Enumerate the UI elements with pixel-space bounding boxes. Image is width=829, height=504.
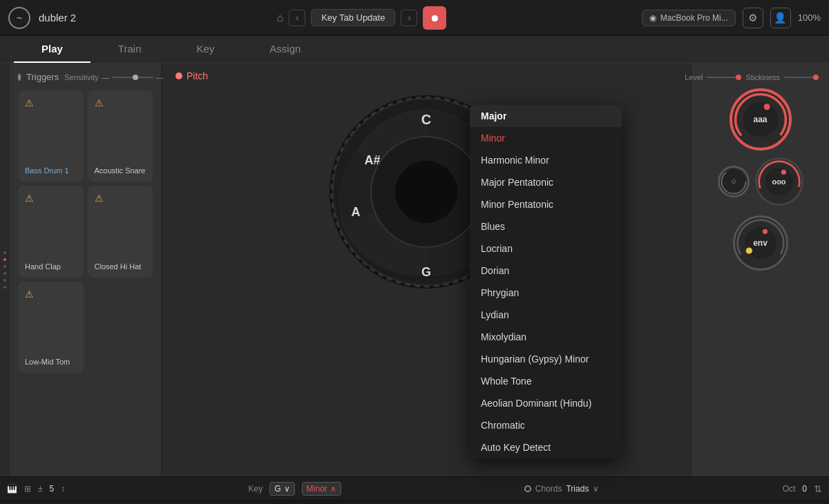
svg-text:☺: ☺ [730, 177, 737, 185]
bottom-plus-icon: ± [38, 484, 43, 494]
dropdown-item-chromatic[interactable]: Chromatic [470, 414, 622, 436]
main-tabs: Play Train Key Assign [0, 36, 829, 64]
zoom-level: 100% [798, 12, 821, 23]
stickiness-thumb [813, 75, 819, 80]
ooo-row: ☺ ooo [718, 157, 803, 206]
dropdown-item-mixolydian[interactable]: Mixolydian [470, 326, 622, 348]
dropdown-item-minor-pentatonic[interactable]: Minor Pentatonic [470, 193, 622, 215]
dropdown-item-harmonic-minor[interactable]: Harmonic Minor [470, 149, 622, 171]
dropdown-item-whole-tone[interactable]: Whole Tone [470, 370, 622, 392]
pitch-label-text: Pitch [187, 70, 208, 81]
svg-text:C: C [421, 112, 431, 127]
triggers-label: Triggers [26, 72, 59, 82]
home-icon[interactable]: ⌂ [276, 12, 283, 24]
audio-source-icon: ◉ [649, 13, 656, 23]
record-icon: ⏺ [430, 12, 439, 23]
piano-section [0, 500, 829, 504]
pad-low-mid-tom[interactable]: ⚠ Low-Mid Tom [18, 282, 84, 373]
triggers-radio[interactable] [18, 74, 21, 81]
project-name: Key Tab Update [321, 12, 385, 23]
nav-back-button[interactable]: ‹ [289, 10, 305, 26]
dropdown-item-auto-key-detect[interactable]: Auto Key Detect [470, 436, 622, 458]
level-thumb [736, 75, 741, 80]
chords-radio[interactable] [524, 485, 531, 492]
dropdown-item-blues[interactable]: Blues [470, 215, 622, 238]
key-selector[interactable]: G ∨ [269, 482, 294, 496]
svg-text:G: G [421, 265, 431, 279]
env-knob-container: env [733, 215, 788, 271]
left-panel: Triggers Sensitivity — — ⚠ Bass Drum 1 ⚠… [10, 64, 162, 476]
nav-forward-button[interactable]: › [401, 10, 417, 26]
pad-bass-drum[interactable]: ⚠ Bass Drum 1 [18, 90, 84, 182]
pad-name-bass-drum: Bass Drum 1 [25, 166, 69, 175]
bottom-bar: 🎹 ⊞ ± 5 ↕ Key G ∨ Minor ∧ Chords Triads … [0, 476, 829, 500]
dropdown-item-lydian[interactable]: Lydian [470, 304, 622, 326]
aaa-label: aaa [753, 115, 767, 124]
tab-assign[interactable]: Assign [242, 36, 328, 63]
scale-chevron: ∧ [330, 484, 336, 494]
scale-value: Minor [307, 484, 327, 494]
stickiness-label: Stickiness [745, 73, 780, 81]
ooo-label: ooo [772, 177, 785, 186]
dropdown-item-locrian[interactable]: Locrian [470, 238, 622, 260]
dropdown-item-aeolian[interactable]: Aeolian Dominant (Hindu) [470, 392, 622, 414]
edge-dot-4 [3, 272, 6, 275]
profile-button[interactable]: 👤 [770, 8, 791, 28]
tab-play[interactable]: Play [14, 36, 90, 63]
settings-button[interactable]: ⚙ [743, 8, 763, 28]
audio-source-label: MacBook Pro Mi... [660, 13, 728, 23]
pitch-dot [175, 72, 182, 79]
pad-empty-2[interactable] [18, 377, 84, 468]
scale-selector[interactable]: Minor ∧ [302, 482, 341, 496]
pad-name-hand-clap: Hand Clap [25, 262, 61, 271]
aaa-knob[interactable]: aaa [730, 88, 792, 151]
oct-stepper[interactable]: ⇅ [814, 483, 822, 494]
triggers-header: Triggers Sensitivity — — [18, 72, 153, 82]
dropdown-item-minor[interactable]: Minor [470, 127, 622, 149]
app-logo: ~ [8, 7, 30, 29]
pad-name-acoustic-snare: Acoustic Snare [95, 166, 146, 175]
pad-acoustic-snare[interactable]: ⚠ Acoustic Snare [88, 90, 153, 182]
svg-point-22 [745, 247, 752, 253]
pad-hand-clap[interactable]: ⚠ Hand Clap [18, 186, 84, 277]
bottom-piano-icon: 🎹 [7, 484, 17, 494]
steps-unit: ↕ [61, 484, 65, 494]
dropdown-item-phrygian[interactable]: Phrygian [470, 282, 622, 304]
oct-value: 0 [802, 484, 807, 494]
dropdown-item-dorian[interactable]: Dorian [470, 260, 622, 282]
pad-name-low-mid-tom: Low-Mid Tom [25, 358, 70, 366]
small-knob-left[interactable]: ☺ [718, 166, 750, 197]
stickiness-slider[interactable] [784, 77, 819, 78]
scale-dropdown[interactable]: Major Minor Harmonic Minor Major Pentato… [470, 105, 622, 458]
pad-closed-hi-hat[interactable]: ⚠ Closed Hi Hat [88, 186, 153, 277]
key-chevron: ∨ [284, 484, 290, 494]
dropdown-item-hungarian[interactable]: Hungarian (Gypsy) Minor [470, 348, 622, 370]
pad-warn-icon-5: ⚠ [25, 289, 34, 300]
chords-type: Triads [566, 484, 589, 494]
pad-empty-1[interactable] [88, 282, 153, 373]
ooo-knob[interactable]: ooo [755, 157, 803, 206]
project-tab[interactable]: Key Tab Update [311, 9, 395, 26]
tab-key[interactable]: Key [169, 36, 242, 63]
dropdown-item-major[interactable]: Major [470, 105, 622, 127]
edge-dot-6 [3, 286, 6, 289]
audio-source-selector[interactable]: ◉ MacBook Pro Mi... [642, 10, 736, 26]
svg-text:A#: A# [364, 153, 380, 167]
record-button[interactable]: ⏺ [423, 6, 446, 30]
pad-warn-icon: ⚠ [25, 97, 34, 108]
right-panel: Level Stickiness aaa [691, 64, 829, 476]
sensitivity-slider[interactable] [112, 77, 153, 78]
chords-label: Chords [535, 484, 562, 494]
pad-empty-3[interactable] [88, 377, 153, 468]
pitch-header: Pitch [175, 70, 208, 81]
pad-warn-icon-4: ⚠ [95, 193, 104, 204]
dropdown-item-major-pentatonic[interactable]: Major Pentatonic [470, 171, 622, 193]
env-knob[interactable]: env [733, 215, 788, 271]
chords-chevron[interactable]: ∨ [593, 484, 599, 494]
tab-train[interactable]: Train [90, 36, 169, 63]
svg-point-11 [763, 104, 770, 110]
level-slider[interactable] [707, 77, 741, 78]
bottom-steps-icon: ⊞ [24, 484, 31, 494]
pad-warn-icon-3: ⚠ [25, 193, 34, 204]
pad-name-closed-hi-hat: Closed Hi Hat [95, 262, 142, 271]
